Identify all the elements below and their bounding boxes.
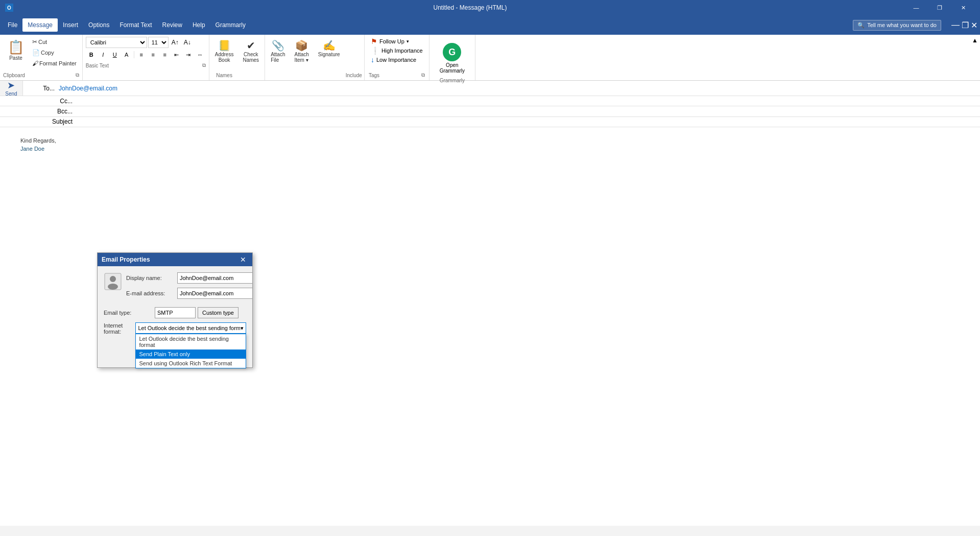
copy-button[interactable]: 📄 Copy (30, 48, 79, 58)
email-address-input[interactable] (177, 288, 253, 299)
underline-button[interactable]: U (109, 49, 121, 60)
cut-icon: ✂ (32, 38, 37, 45)
low-importance-button[interactable]: ↓ Low Importance (369, 55, 425, 64)
paste-icon: 📋 (8, 39, 24, 55)
italic-button[interactable]: I (98, 49, 109, 60)
copy-icon: 📄 (32, 49, 40, 56)
indent-increase-button[interactable]: ⇥ (183, 49, 194, 60)
menu-file[interactable]: File (3, 18, 22, 32)
dropdown-selected[interactable]: Let Outlook decide the best sending form… (135, 322, 246, 334)
cut-button[interactable]: ✂ Cut (30, 37, 79, 47)
menu-bar: File Message Insert Options Format Text … (0, 15, 980, 35)
text-direction-button[interactable]: ↔ (195, 49, 206, 60)
close-button[interactable]: ✕ (951, 0, 975, 15)
menu-options[interactable]: Options (83, 18, 114, 32)
signature-button[interactable]: ✍ Signature (315, 37, 344, 60)
grammarly-icon: G (443, 43, 461, 61)
bold-button[interactable]: B (86, 49, 97, 60)
format-painter-button[interactable]: 🖌 Format Painter (30, 58, 79, 68)
include-label: Include (346, 73, 362, 78)
align-center-button[interactable]: ≡ (148, 49, 159, 60)
restore-icon[interactable]: ❐ (962, 20, 969, 30)
menu-search-box[interactable]: 🔍 Tell me what you want to do (853, 20, 941, 31)
close-icon[interactable]: ✕ (971, 20, 977, 30)
open-grammarly-button[interactable]: G OpenGrammarly (436, 39, 469, 78)
bcc-input[interactable] (77, 108, 980, 115)
basic-text-label: Basic Text (86, 63, 109, 68)
align-left-button[interactable]: ≡ (136, 49, 147, 60)
search-placeholder: Tell me what you want to do (867, 22, 937, 28)
send-button[interactable]: ➤ Send (0, 81, 23, 96)
to-input[interactable] (59, 85, 980, 92)
internet-format-dropdown[interactable]: Let Outlook decide the best sending form… (135, 322, 246, 334)
dropdown-option-1[interactable]: Send Plain Text only (136, 349, 246, 359)
menu-help[interactable]: Help (187, 18, 210, 32)
custom-type-button[interactable]: Custom type (198, 307, 238, 318)
grow-font-button[interactable]: A↑ (170, 37, 181, 48)
bcc-label[interactable]: Bcc... (41, 108, 77, 115)
email-address-row: E-mail address: (126, 288, 253, 299)
subject-input[interactable] (77, 118, 980, 125)
dropdown-option-2[interactable]: Send using Outlook Rich Text Format (136, 359, 246, 368)
restore-button[interactable]: ❐ (928, 0, 951, 15)
attach-item-icon: 📦 (295, 39, 308, 52)
address-book-icon: 📒 (218, 39, 231, 52)
follow-up-label: Follow Up (379, 38, 404, 44)
dropdown-list: Let Outlook decide the best sending form… (135, 334, 246, 368)
attach-file-button[interactable]: 📎 AttachFile (267, 37, 289, 65)
cut-label: Cut (38, 39, 47, 45)
grammarly-group: G OpenGrammarly Grammarly (429, 35, 475, 80)
follow-up-arrow: ▾ (407, 39, 409, 44)
title-bar-controls: — ❐ ✕ (904, 0, 975, 15)
low-importance-label: Low Importance (376, 57, 416, 63)
dialog-body: Display name: E-mail address: Email type… (98, 266, 252, 345)
cc-label[interactable]: Cc... (41, 98, 77, 105)
email-address-label: E-mail address: (126, 290, 177, 296)
shrink-font-button[interactable]: A↓ (182, 37, 193, 48)
font-color-button[interactable]: A (121, 49, 132, 60)
tags-expand[interactable]: ⧉ (421, 72, 425, 78)
minimize-button[interactable]: — (904, 0, 928, 15)
minimize-icon[interactable]: — (951, 20, 960, 30)
attach-item-button[interactable]: 📦 AttachItem ▾ (291, 37, 312, 65)
clipboard-expand[interactable]: ⧉ (76, 72, 79, 78)
signature-icon: ✍ (323, 39, 336, 52)
subject-label: Subject (41, 118, 77, 125)
app-icon: O (5, 4, 13, 12)
names-group: 📒 AddressBook Names ✔ CheckNames (209, 35, 265, 80)
menu-insert[interactable]: Insert (58, 18, 83, 32)
font-size-select[interactable]: 11 (148, 37, 169, 48)
email-body[interactable]: Kind Regards, Jane Doe Email Properties … (0, 127, 980, 526)
paste-button[interactable]: 📋 Paste (3, 37, 29, 63)
include-group: 📎 AttachFile 📦 AttachItem ▾ ✍ Signature … (265, 35, 365, 80)
dialog-fields: Display name: E-mail address: (126, 272, 253, 303)
font-select[interactable]: Calibri (86, 37, 147, 48)
menu-format-text[interactable]: Format Text (114, 18, 157, 32)
dialog-close-button[interactable]: ✕ (238, 254, 248, 265)
menu-grammarly[interactable]: Grammarly (210, 18, 251, 32)
address-book-button[interactable]: 📒 AddressBook (211, 37, 237, 65)
check-names-button[interactable]: ✔ CheckNames (239, 37, 262, 65)
cc-input[interactable] (77, 98, 980, 105)
indent-decrease-button[interactable]: ⇤ (171, 49, 182, 60)
email-type-input[interactable] (155, 307, 196, 318)
basic-text-expand[interactable]: ⧉ (202, 62, 206, 68)
attach-file-icon: 📎 (272, 39, 284, 52)
clipboard-group: 📋 Paste ✂ Cut 📄 Copy 🖌 Format Painter (0, 35, 83, 80)
clipboard-label: Clipboard (3, 73, 25, 78)
align-right-button[interactable]: ≡ (159, 49, 171, 60)
follow-up-button[interactable]: ⚑ Follow Up ▾ (369, 37, 425, 46)
attach-file-label: AttachFile (271, 52, 285, 63)
menu-message[interactable]: Message (22, 18, 58, 32)
display-name-input[interactable] (177, 272, 253, 284)
dropdown-option-0[interactable]: Let Outlook decide the best sending form… (136, 334, 246, 349)
high-importance-button[interactable]: ❕ High Importance (369, 46, 425, 55)
menu-review[interactable]: Review (157, 18, 187, 32)
ribbon: 📋 Paste ✂ Cut 📄 Copy 🖌 Format Painter (0, 35, 980, 81)
low-importance-icon: ↓ (371, 56, 374, 64)
copy-label: Copy (41, 50, 54, 56)
email-type-row: Email type: Custom type (104, 307, 246, 318)
to-label[interactable]: To... (23, 85, 59, 92)
ribbon-collapse[interactable]: ▲ (970, 35, 980, 80)
title-bar-title: Untitled - Message (HTML) (36, 4, 904, 11)
